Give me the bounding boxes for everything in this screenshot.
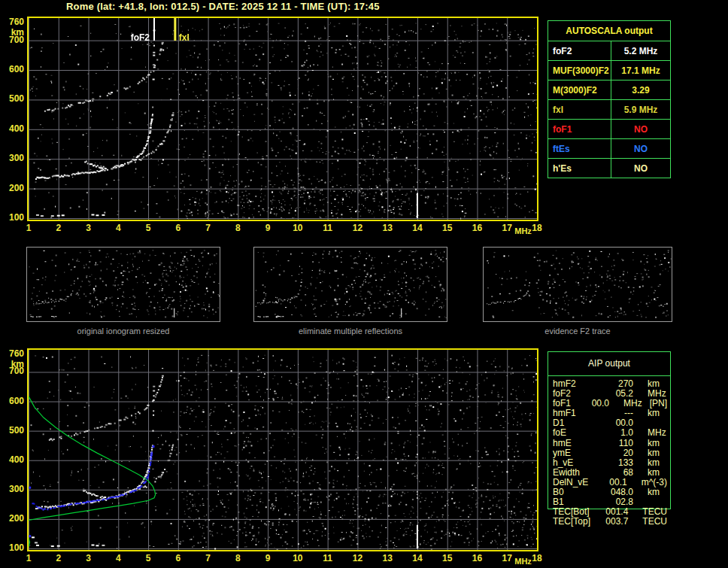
parameter-unit: km	[633, 409, 660, 418]
aip-table-header: AIP output	[548, 358, 671, 369]
thumbnail-canvas	[253, 247, 447, 322]
aip-row-hme: hmE110km	[553, 439, 667, 448]
x-tick-label: 10	[293, 223, 302, 232]
x-tick-label: 6	[175, 223, 180, 232]
y-tick-label: 600	[2, 396, 24, 405]
autoscala-screen: Rome (lat: +41.8, lon: 012.5) - DATE: 20…	[0, 0, 728, 568]
aip-row-b0: B0048.0km	[553, 488, 667, 497]
x-tick-label: 17	[502, 223, 512, 232]
parameter-name: fxI	[548, 100, 611, 119]
x-tick-label: 1	[26, 223, 32, 232]
bottom-ionogram-canvas	[27, 348, 538, 551]
parameter-value: NO	[611, 139, 670, 158]
parameter-name: foF1	[548, 120, 611, 138]
x-tick-label: 7	[205, 554, 211, 563]
parameter-value: NO	[611, 120, 670, 138]
x-tick-label: 11	[323, 223, 332, 232]
autoscala-table-header: AUTOSCALA output	[548, 21, 670, 41]
x-axis-unit-label: MHz	[514, 557, 532, 566]
x-tick-label: 5	[146, 223, 151, 232]
top-ionogram-canvas	[27, 17, 538, 221]
parameter-unit: km	[633, 488, 660, 497]
y-tick-label: 200	[2, 184, 24, 193]
parameter-value: 133	[603, 458, 633, 468]
parameter-value: 1.0	[603, 428, 633, 438]
aip-row-hve: h_vE133km	[553, 458, 667, 468]
x-tick-label: 12	[353, 554, 362, 563]
parameter-value: 110	[603, 439, 633, 448]
x-tick-label: 3	[86, 554, 91, 563]
x-tick-label: 11	[323, 554, 332, 563]
parameter-label: h_vE	[553, 458, 603, 468]
x-tick-label: 4	[116, 554, 121, 563]
aip-row-ewidth: Ewidth68km	[553, 468, 667, 478]
autoscala-output-table: AUTOSCALA output foF25.2 MHzMUF(3000)F21…	[548, 20, 671, 178]
parameter-unit: TECU	[628, 517, 667, 527]
aip-row-foe: foE1.0MHz	[553, 428, 667, 438]
autoscala-row-muf3000f2: MUF(3000)F217.1 MHz	[548, 61, 670, 80]
x-tick-label: 13	[382, 223, 392, 232]
thumbnail-caption: original ionogram resized	[26, 327, 220, 336]
parameter-unit: km	[633, 448, 660, 458]
parameter-value: 17.1 MHz	[611, 61, 670, 80]
parameter-label: hmE	[553, 439, 603, 448]
x-tick-label: 16	[472, 554, 482, 563]
y-tick-label: 700	[2, 35, 24, 44]
x-tick-label: 12	[353, 223, 362, 232]
y-tick-label: 100	[2, 543, 24, 552]
thumbnail-canvas	[26, 247, 220, 322]
x-tick-label: 10	[293, 554, 302, 563]
x-tick-label: 2	[56, 554, 61, 563]
y-tick-label: 500	[2, 94, 24, 103]
aip-header-divider	[548, 375, 671, 376]
autoscala-row-m3000f2: M(3000)F23.29	[548, 80, 670, 100]
parameter-name: ftEs	[548, 139, 611, 158]
x-tick-label: 16	[472, 223, 482, 232]
parameter-value: 5.2 MHz	[611, 41, 670, 60]
parameter-name: foF2	[548, 41, 611, 60]
parameter-unit: km	[633, 439, 660, 448]
parameter-label: ymE	[553, 448, 603, 458]
y-tick-label: 200	[2, 514, 24, 523]
x-tick-label: 14	[412, 554, 422, 563]
x-tick-label: 8	[235, 554, 241, 563]
thumbnail-eliminate-multiple-reflections: eliminate multiple reflections	[253, 247, 447, 336]
y-tick-label: 300	[2, 484, 24, 494]
parameter-name: M(3000)F2	[548, 80, 611, 99]
x-tick-label: 17	[502, 554, 512, 563]
parameter-unit	[633, 418, 648, 428]
parameter-label: foE	[553, 428, 603, 438]
x-tick-label: 7	[205, 223, 211, 232]
aip-row-yme: ymE20km	[553, 448, 667, 458]
x-tick-label: 6	[175, 554, 180, 563]
y-tick-label: 760	[2, 17, 24, 26]
autoscala-row-hes: h'EsNO	[548, 159, 670, 178]
y-tick-label: 600	[2, 65, 24, 74]
parameter-unit: km	[633, 458, 660, 468]
x-tick-label: 1	[26, 554, 32, 563]
parameter-value: 5.9 MHz	[611, 100, 670, 119]
aip-row-tectop: TEC[Top]003.7TECU	[553, 517, 667, 527]
autoscala-row-fof1: foF1NO	[548, 120, 670, 139]
parameter-value: 00.0	[588, 399, 609, 409]
x-tick-label: 18	[532, 554, 541, 563]
parameter-name: h'Es	[548, 159, 611, 178]
page-title: Rome (lat: +41.8, lon: 012.5) - DATE: 20…	[66, 1, 380, 12]
autoscala-row-fof2: foF25.2 MHz	[548, 41, 670, 61]
y-tick-label: 400	[2, 124, 24, 133]
y-tick-label: 760	[2, 349, 24, 358]
parameter-label: Ewidth	[553, 468, 603, 478]
x-tick-label: 5	[146, 554, 151, 563]
x-tick-label: 13	[382, 554, 392, 563]
thumbnail-caption: eliminate multiple reflections	[253, 327, 447, 336]
y-tick-label: 100	[2, 213, 24, 222]
x-tick-label: 3	[86, 223, 91, 232]
x-axis-unit-label: MHz	[514, 227, 532, 235]
thumbnail-canvas	[483, 247, 672, 322]
autoscala-row-ftes: ftEsNO	[548, 139, 670, 159]
x-tick-label: 9	[265, 554, 271, 563]
parameter-label: TEC[Top]	[553, 517, 600, 527]
parameter-unit: MHz	[633, 428, 666, 438]
parameter-value: 68	[603, 468, 633, 478]
parameter-name: MUF(3000)F2	[548, 61, 611, 80]
